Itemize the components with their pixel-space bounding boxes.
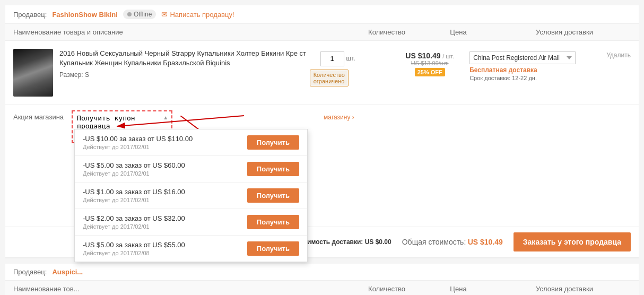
coupon-validity-2: Действует до 2017/02/01: [83, 197, 185, 203]
coupon-validity-4: Действует до 2017/02/08: [83, 250, 185, 256]
coupon-text-2: -US $1.00 за заказ от US $16.00: [83, 188, 185, 196]
seller2-name[interactable]: Auspici...: [52, 268, 83, 276]
product-title-1[interactable]: 2016 Новый Сексуальный Черный Strappy Ку…: [59, 49, 326, 68]
price-orig-1: US $13.99/шт.: [390, 60, 469, 66]
store-link-wrapper: магазину ›: [324, 113, 354, 121]
table-header: Наименование товара и описание Количеств…: [5, 24, 639, 41]
email-icon: ✉: [161, 10, 168, 19]
total-item: Общая стоимость: US $10.49: [402, 238, 503, 246]
shipping-cost-item: Стоимость доставки: US $0.00: [295, 238, 391, 246]
page: Продавец: FashionShow Bikini Offline ✉ Н…: [0, 0, 644, 295]
get-coupon-btn-1[interactable]: Получить: [247, 162, 299, 176]
store-coupons-link[interactable]: магазину ›: [324, 109, 354, 121]
seller1-section: Продавец: FashionShow Bikini Offline ✉ Н…: [5, 5, 639, 258]
coupon-info-3: -US $2.00 за заказ от US $32.00 Действуе…: [83, 214, 185, 230]
product-image-1: [13, 49, 53, 97]
shipping-col-1: China Post Registered Air Mail Бесплатна…: [469, 49, 602, 81]
product-info-1: 2016 Новый Сексуальный Черный Strappy Ку…: [59, 49, 326, 79]
seller1-status: Offline: [123, 10, 156, 19]
message-seller-button[interactable]: ✉ Написать продавцу!: [161, 10, 234, 19]
coupon-validity-1: Действует до 2017/02/01: [83, 170, 185, 177]
header-qty: Количество: [355, 28, 419, 36]
coupon-text-4: -US $5.00 за заказ от US $55.00: [83, 241, 185, 249]
seller1-name[interactable]: FashionShow Bikini: [52, 11, 118, 19]
price-main-1: US $10.49 / шт.: [390, 51, 469, 60]
header-price: Цена: [419, 28, 498, 36]
seller2-bar: Продавец: Auspici...: [5, 264, 639, 281]
order-btn-1[interactable]: Заказать у этого продавца: [514, 232, 631, 251]
header2-product: Наименование тов...: [13, 285, 355, 293]
coupon-info-2: -US $1.00 за заказ от US $16.00 Действуе…: [83, 188, 185, 203]
product-row-1: 2016 Новый Сексуальный Черный Strappy Ку…: [5, 41, 639, 105]
coupon-text-1: -US $5.00 за заказ от US $60.00: [83, 161, 185, 169]
price-col-1: US $10.49 / шт. US $13.99/шт. 25% OFF: [390, 49, 469, 76]
header-product: Наименование товара и описание: [13, 28, 355, 36]
table-header-2: Наименование тов... Количество Цена Усло…: [5, 281, 639, 295]
promo-row-1: Акция магазина Получить купон продавца ▲…: [5, 105, 639, 227]
chevron-up-icon: ▲: [163, 115, 168, 120]
header-shipping: Условия доставки: [498, 28, 631, 36]
offline-dot-icon: [127, 12, 132, 16]
coupon-item-4: -US $5.00 за заказ от US $55.00 Действуе…: [75, 236, 307, 262]
coupon-item-0: -US $10.00 за заказ от US $110.00 Действ…: [75, 129, 307, 156]
free-shipping-1: Бесплатная доставка: [469, 66, 602, 74]
coupon-item-1: -US $5.00 за заказ от US $60.00 Действуе…: [75, 156, 307, 183]
limited-qty-badge-1: Количество ограничено: [310, 70, 349, 86]
header2-price: Цена: [419, 285, 498, 293]
coupon-item-2: -US $1.00 за заказ от US $16.00 Действуе…: [75, 183, 307, 209]
get-coupon-btn-2[interactable]: Получить: [247, 188, 299, 203]
qty-col-1: шт. Количество ограничено: [326, 49, 390, 71]
seller1-bar: Продавец: FashionShow Bikini Offline ✉ Н…: [5, 5, 639, 24]
product-size-1: Размер: S: [59, 71, 326, 79]
get-coupon-btn-4[interactable]: Получить: [247, 241, 299, 256]
coupon-item-3: -US $2.00 за заказ от US $32.00 Действуе…: [75, 209, 307, 236]
header2-qty: Количество: [355, 285, 419, 293]
qty-input-1[interactable]: [320, 51, 344, 66]
seller2-label: Продавец:: [13, 268, 47, 276]
coupon-validity-0: Действует до 2017/02/01: [83, 144, 193, 150]
coupon-dropdown: -US $10.00 за заказ от US $110.00 Действ…: [74, 129, 308, 262]
get-coupon-btn-0[interactable]: Получить: [247, 135, 299, 150]
qty-unit-1: шт.: [346, 51, 355, 62]
coupon-info-4: -US $5.00 за заказ от US $55.00 Действуе…: [83, 241, 185, 256]
coupon-info-1: -US $5.00 за заказ от US $60.00 Действуе…: [83, 161, 185, 177]
coupon-text-0: -US $10.00 за заказ от US $110.00: [83, 135, 193, 143]
delete-btn-1[interactable]: Удалить: [602, 49, 631, 59]
coupon-validity-3: Действует до 2017/02/01: [83, 223, 185, 230]
coupon-info-0: -US $10.00 за заказ от US $110.00 Действ…: [83, 135, 193, 150]
shipping-select-1[interactable]: China Post Registered Air Mail: [469, 51, 576, 64]
seller2-section: Продавец: Auspici... Наименование тов...…: [5, 264, 639, 295]
coupon-text-3: -US $2.00 за заказ от US $32.00: [83, 214, 185, 222]
delivery-time-1: Срок доставки: 12-22 дн.: [469, 75, 602, 81]
get-coupon-btn-3[interactable]: Получить: [247, 215, 299, 229]
promo-label: Акция магазина: [13, 110, 64, 121]
header2-shipping: Условия доставки: [498, 285, 631, 293]
seller-label: Продавец:: [13, 11, 47, 19]
discount-badge-1: 25% OFF: [415, 68, 445, 76]
